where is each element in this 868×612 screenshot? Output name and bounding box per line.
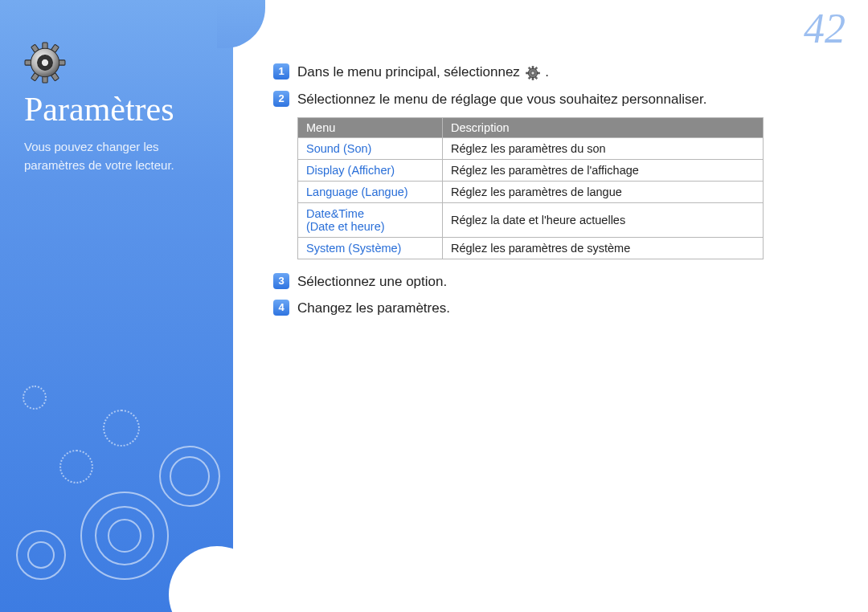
gear-icon bbox=[526, 66, 540, 80]
page-number: 42 bbox=[804, 5, 845, 52]
step-1: 1 Dans le menu principal, sélectionnez bbox=[273, 63, 836, 82]
step-3-text: Sélectionnez une option. bbox=[297, 272, 447, 292]
desc-cell: Réglez les paramètres de langue bbox=[443, 181, 764, 202]
step-1-prefix: Dans le menu principal, sélectionnez bbox=[297, 64, 524, 80]
table-head-menu: Menu bbox=[298, 117, 443, 137]
svg-point-12 bbox=[530, 71, 534, 74]
table-row: Language (Langue) Réglez les paramètres … bbox=[298, 181, 764, 202]
svg-rect-19 bbox=[534, 76, 537, 79]
step-badge-4: 4 bbox=[273, 300, 289, 316]
main-content: 1 Dans le menu principal, sélectionnez bbox=[273, 63, 836, 326]
menu-cell: Date&Time(Date et heure) bbox=[298, 202, 443, 237]
step-1-suffix: . bbox=[545, 64, 549, 80]
svg-rect-16 bbox=[537, 72, 539, 74]
sidebar-panel: Paramètres Vous pouvez changer les param… bbox=[0, 0, 233, 612]
decorative-circle bbox=[103, 410, 140, 447]
decorative-circle bbox=[170, 456, 210, 496]
decorative-circle bbox=[59, 450, 93, 483]
desc-cell: Réglez la date et l'heure actuelles bbox=[443, 202, 764, 237]
step-4: 4 Changez les paramètres. bbox=[273, 299, 836, 318]
svg-rect-15 bbox=[526, 72, 528, 74]
step-badge-3: 3 bbox=[273, 273, 289, 289]
svg-rect-17 bbox=[534, 67, 537, 69]
desc-cell: Réglez les paramètres de l'affichage bbox=[443, 159, 764, 181]
svg-rect-14 bbox=[532, 77, 534, 80]
sidebar-bottom-curve bbox=[169, 546, 265, 612]
step-badge-2: 2 bbox=[273, 91, 289, 107]
table-row: Display (Afficher) Réglez les paramètres… bbox=[298, 159, 764, 181]
svg-rect-18 bbox=[528, 67, 530, 69]
menu-cell: Language (Langue) bbox=[298, 181, 443, 202]
step-1-text: Dans le menu principal, sélectionnez bbox=[297, 63, 549, 82]
step-4-text: Changez les paramètres. bbox=[297, 299, 450, 318]
sidebar-tab-shape bbox=[217, 0, 265, 48]
step-2-text: Sélectionnez le menu de réglage que vous… bbox=[297, 90, 706, 109]
svg-rect-20 bbox=[528, 76, 530, 79]
menu-cell: System (Système) bbox=[298, 237, 443, 259]
settings-table: Menu Description Sound (Son) Réglez les … bbox=[297, 117, 764, 259]
svg-point-10 bbox=[41, 59, 48, 66]
table-row: System (Système) Réglez les paramètres d… bbox=[298, 237, 764, 259]
table-head-desc: Description bbox=[443, 117, 764, 137]
table-row: Date&Time(Date et heure) Réglez la date … bbox=[298, 202, 764, 237]
gear-icon bbox=[24, 42, 66, 84]
step-3: 3 Sélectionnez une option. bbox=[273, 272, 836, 292]
desc-cell: Réglez les paramètres de système bbox=[443, 237, 764, 259]
step-2: 2 Sélectionnez le menu de réglage que vo… bbox=[273, 90, 836, 109]
svg-rect-13 bbox=[532, 66, 534, 68]
desc-cell: Réglez les paramètres du son bbox=[443, 137, 764, 159]
menu-cell: Sound (Son) bbox=[298, 137, 443, 159]
page-title: Paramètres bbox=[24, 90, 174, 129]
decorative-circle bbox=[23, 386, 47, 410]
decorative-circle bbox=[27, 541, 55, 569]
page-subtitle: Vous pouvez changer les paramètres de vo… bbox=[24, 138, 217, 174]
decorative-circle bbox=[108, 519, 141, 553]
menu-cell: Display (Afficher) bbox=[298, 159, 443, 181]
step-badge-1: 1 bbox=[273, 63, 289, 80]
table-row: Sound (Son) Réglez les paramètres du son bbox=[298, 137, 764, 159]
